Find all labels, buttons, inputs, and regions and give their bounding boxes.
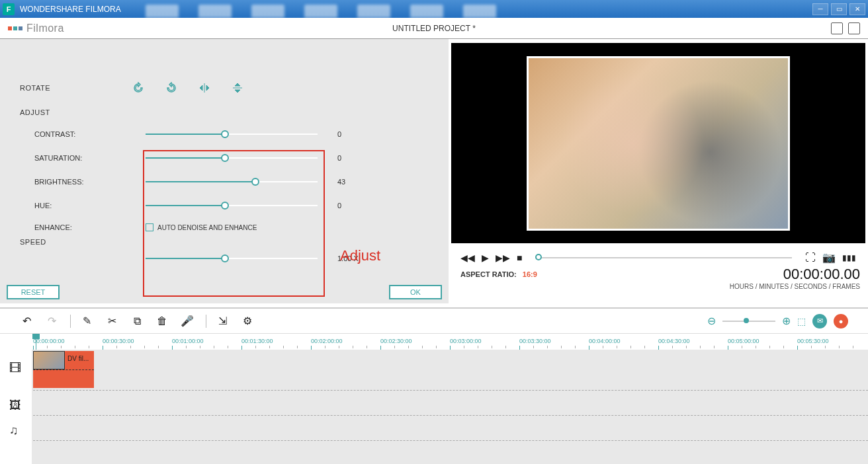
fullscreen-icon[interactable]: ⛶ xyxy=(805,252,816,264)
video-track[interactable]: DV fil... xyxy=(33,350,868,391)
contrast-slider[interactable] xyxy=(146,134,318,135)
logo-dots-icon xyxy=(8,26,22,30)
brightness-label: BRIGHTNESS: xyxy=(34,178,146,186)
rotate-label: ROTATE xyxy=(20,84,132,92)
play-button[interactable]: ▶ xyxy=(482,252,489,263)
playback-slider[interactable] xyxy=(535,257,792,258)
app-header: Filmora UNTITLED PROJECT * xyxy=(0,18,868,39)
aspect-ratio-value: 16:9 xyxy=(523,270,537,278)
reset-button[interactable]: RESET xyxy=(7,285,60,299)
export-icon[interactable]: ⇲ xyxy=(216,315,229,328)
settings-icon[interactable]: ⚙ xyxy=(241,315,254,328)
speed-slider[interactable] xyxy=(146,258,318,259)
fit-icon[interactable]: ⬚ xyxy=(797,316,806,327)
marker-button[interactable]: ✉ xyxy=(812,314,827,329)
timeline-tracks: 🎞 🖼 ♫ DV fil... xyxy=(0,350,868,464)
snapshot-icon[interactable]: 📷 xyxy=(822,251,836,264)
ruler-tick: 00:03:00:00 xyxy=(450,338,482,344)
app-icon: F xyxy=(3,3,15,15)
ok-button[interactable]: OK xyxy=(389,285,442,299)
record-button[interactable]: ● xyxy=(834,314,848,329)
ruler-tick: 00:05:30:00 xyxy=(797,338,829,344)
ruler-tick: 00:01:00:00 xyxy=(172,338,204,344)
video-frame xyxy=(527,56,790,231)
aspect-ratio-label: ASPECT RATIO: xyxy=(460,270,517,278)
rotate-cw-icon[interactable] xyxy=(132,82,144,94)
stop-button[interactable]: ■ xyxy=(517,252,522,263)
ruler-tick: 00:02:30:00 xyxy=(380,338,412,344)
annotation-text: Adjust xyxy=(340,247,380,264)
saturation-value: 0 xyxy=(337,154,341,162)
clip-label: DV fil... xyxy=(67,355,89,362)
next-button[interactable]: ▶▶ xyxy=(496,252,510,263)
ruler-tick: 00:00:30:00 xyxy=(103,338,134,344)
brightness-value: 43 xyxy=(337,178,345,186)
redo-icon[interactable]: ↷ xyxy=(45,315,58,328)
timeline-ruler[interactable]: 00:00:00:0000:00:30:0000:01:00:0000:01:3… xyxy=(33,334,868,350)
ruler-tick: 00:02:00:00 xyxy=(311,338,343,344)
save-icon[interactable] xyxy=(831,22,843,34)
logo-text: Filmora xyxy=(26,22,64,34)
image-track-icon: 🖼 xyxy=(9,399,21,412)
ruler-tick: 00:04:00:00 xyxy=(589,338,621,344)
zoom-slider[interactable] xyxy=(722,321,775,322)
project-title: UNTITLED PROJECT * xyxy=(392,24,476,33)
enhance-label: ENHANCE: xyxy=(34,223,146,231)
speed-label: SPEED xyxy=(20,238,429,246)
timecode-display: 00:00:00.00 xyxy=(730,266,860,283)
minimize-button[interactable]: ─ xyxy=(812,3,828,15)
audio-track-icon: ♫ xyxy=(9,424,19,438)
auto-denoise-label: AUTO DENOISE AND ENHANCE xyxy=(157,224,257,231)
contrast-value: 0 xyxy=(337,130,341,138)
edit-icon[interactable]: ✎ xyxy=(80,315,93,328)
close-button[interactable]: ✕ xyxy=(849,3,865,15)
zoom-in-icon[interactable]: ⊕ xyxy=(782,315,791,327)
flip-horizontal-icon[interactable] xyxy=(198,82,210,94)
adjust-label: ADJUST xyxy=(20,108,429,116)
hue-value: 0 xyxy=(337,202,341,210)
timecode-label: HOURS / MINUTES / SECONDS / FRAMES xyxy=(730,283,860,290)
delete-icon[interactable]: 🗑 xyxy=(155,315,169,328)
ruler-tick: 00:04:30:00 xyxy=(658,338,690,344)
ruler-tick: 00:05:00:00 xyxy=(728,338,760,344)
cut-icon[interactable]: ✂ xyxy=(105,315,118,328)
timeline-toolbar: ↶ ↷ ✎ ✂ ⧉ 🗑 🎤 ⇲ ⚙ ⊖ ⊕ ⬚ ✉ ● xyxy=(0,307,868,334)
flip-vertical-icon[interactable] xyxy=(232,82,243,94)
hue-slider[interactable] xyxy=(146,205,318,206)
video-clip[interactable]: DV fil... xyxy=(33,351,94,388)
hue-label: HUE: xyxy=(34,202,146,210)
volume-icon[interactable]: ▮▮▮ xyxy=(842,253,856,262)
contrast-label: CONTRAST: xyxy=(34,130,146,138)
prev-button[interactable]: ◀◀ xyxy=(460,252,475,263)
preview-panel: ◀◀ ▶ ▶▶ ■ ⛶ 📷 ▮▮▮ ASPECT RATIO: 16:9 00:… xyxy=(449,39,868,303)
window-titlebar: F WONDERSHARE FILMORA ─ ▭ ✕ xyxy=(0,0,868,18)
rotate-ccw-icon[interactable] xyxy=(165,82,177,94)
saturation-label: SATURATION: xyxy=(34,154,146,162)
adjust-panel: ROTATE ADJUST CONTRAST: 0 SATURATION: 0 … xyxy=(0,39,449,303)
preview-video xyxy=(451,43,865,243)
maximize-button[interactable]: ▭ xyxy=(831,3,847,15)
ruler-tick: 00:01:30:00 xyxy=(241,338,273,344)
image-track[interactable] xyxy=(33,391,868,416)
audio-track[interactable] xyxy=(33,416,868,441)
zoom-out-icon[interactable]: ⊖ xyxy=(707,315,716,327)
video-track-icon: 🎞 xyxy=(9,362,21,375)
crop-icon[interactable]: ⧉ xyxy=(130,315,144,328)
voiceover-icon[interactable]: 🎤 xyxy=(181,315,194,328)
auto-denoise-checkbox[interactable] xyxy=(146,223,153,231)
brightness-slider[interactable] xyxy=(146,181,318,182)
saturation-slider[interactable] xyxy=(146,157,318,159)
clip-thumbnail xyxy=(33,351,65,369)
layout-icon[interactable] xyxy=(848,22,860,34)
app-title: WONDERSHARE FILMORA xyxy=(20,5,812,14)
undo-icon[interactable]: ↶ xyxy=(20,315,33,328)
ruler-tick: 00:03:30:00 xyxy=(519,338,551,344)
